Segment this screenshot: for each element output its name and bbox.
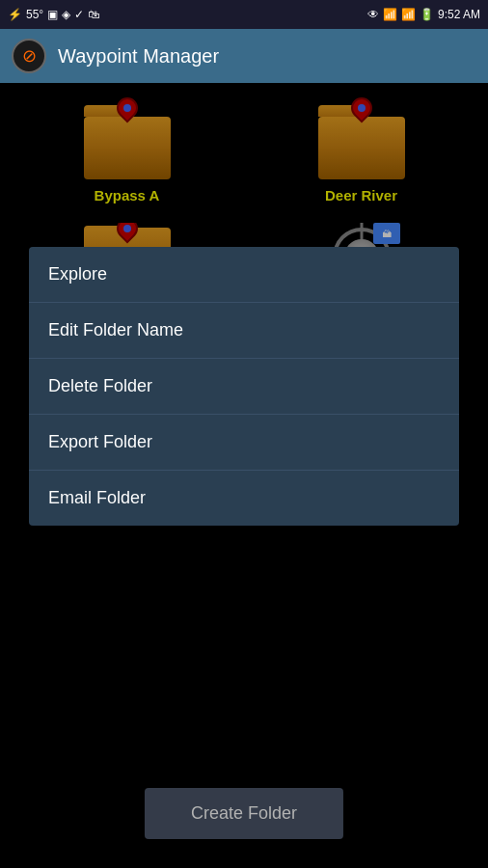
app-logo-icon: ⊘: [12, 39, 46, 73]
menu-item-email-folder[interactable]: Email Folder: [29, 471, 459, 526]
app-title: Waypoint Manager: [58, 45, 219, 68]
signal-icon: 📶: [401, 8, 416, 21]
bag-icon: 🛍: [88, 8, 99, 21]
time-display: 9:52 AM: [438, 8, 480, 21]
status-bar: ⚡ 55° ▣ ◈ ✓ 🛍 👁 📶 📶 🔋 9:52 AM: [0, 0, 488, 29]
menu-item-delete-folder[interactable]: Delete Folder: [29, 359, 459, 415]
status-right: 👁 📶 📶 🔋 9:52 AM: [367, 8, 480, 21]
eye-icon: 👁: [367, 8, 379, 21]
wifi-icon: 📶: [383, 8, 397, 21]
status-left: ⚡ 55° ▣ ◈ ✓ 🛍: [8, 8, 99, 21]
media-icon: ▣: [47, 8, 58, 21]
menu-item-edit-folder-name[interactable]: Edit Folder Name: [29, 303, 459, 359]
menu-item-export-folder[interactable]: Export Folder: [29, 415, 459, 471]
main-content: Bypass A Deer River: [0, 83, 488, 868]
context-menu-overlay: Explore Edit Folder Name Delete Folder E…: [0, 83, 488, 868]
context-menu: Explore Edit Folder Name Delete Folder E…: [29, 247, 459, 526]
app-bar: ⊘ Waypoint Manager: [0, 29, 488, 83]
usb-icon: ⚡: [8, 8, 22, 21]
menu-item-explore[interactable]: Explore: [29, 247, 459, 303]
layers-icon: ◈: [62, 8, 70, 21]
temperature: 55°: [26, 8, 43, 21]
battery-icon: 🔋: [420, 8, 434, 21]
check-icon: ✓: [74, 8, 84, 21]
